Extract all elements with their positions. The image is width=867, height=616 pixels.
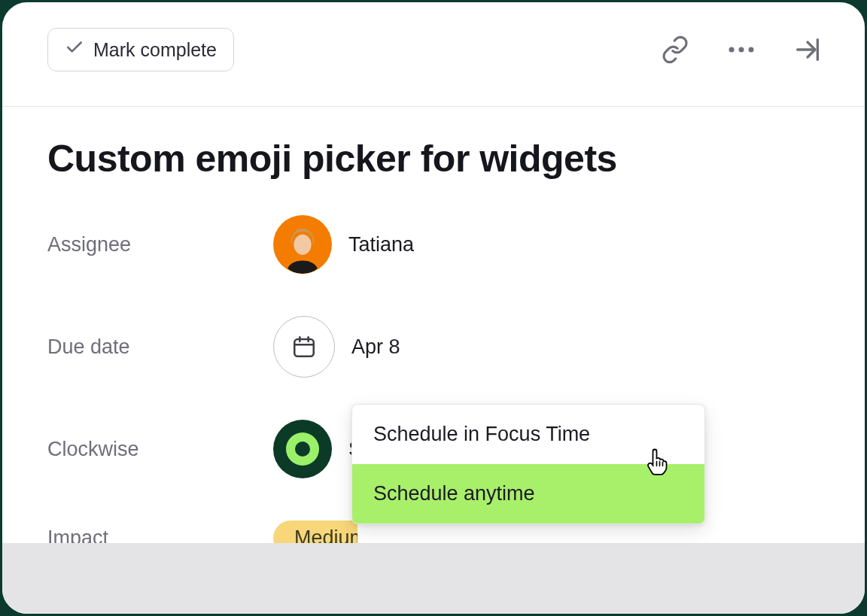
assignee-name: Tatiana	[348, 233, 414, 256]
link-icon	[661, 35, 689, 64]
arrow-right-to-line-icon	[792, 35, 823, 65]
check-icon	[65, 38, 84, 62]
panel-footer-area	[2, 543, 865, 614]
assignee-avatar	[273, 215, 332, 274]
clockwise-logo-icon	[273, 420, 332, 478]
clockwise-label: Clockwise	[47, 438, 273, 461]
more-actions-button[interactable]	[726, 35, 756, 65]
calendar-icon	[291, 334, 317, 360]
svg-point-2	[749, 47, 754, 53]
svg-rect-6	[294, 339, 314, 357]
task-title: Custom emoji picker for widgets	[47, 137, 820, 181]
task-header: Mark complete	[2, 2, 865, 107]
assignee-label: Assignee	[47, 233, 273, 256]
dropdown-item-label: Schedule in Focus Time	[373, 423, 590, 446]
header-actions	[660, 35, 823, 65]
dropdown-item-label: Schedule anytime	[373, 482, 535, 505]
svg-point-1	[739, 47, 744, 53]
more-icon	[727, 45, 756, 54]
svg-point-0	[729, 47, 735, 53]
assignee-value[interactable]: Tatiana	[273, 215, 820, 274]
pointer-cursor-icon	[646, 448, 671, 481]
svg-point-5	[294, 235, 311, 255]
task-detail-panel: Mark complete	[0, 0, 867, 616]
due-date-text: Apr 8	[351, 335, 400, 359]
copy-link-button[interactable]	[660, 35, 690, 65]
due-date-value[interactable]: Apr 8	[273, 316, 820, 378]
mark-complete-label: Mark complete	[93, 39, 217, 61]
mark-complete-button[interactable]: Mark complete	[47, 28, 234, 71]
due-date-label: Due date	[47, 335, 273, 359]
calendar-icon-circle	[273, 316, 335, 378]
dropdown-item-anytime[interactable]: Schedule anytime	[352, 464, 704, 523]
clockwise-dropdown: Schedule in Focus Time Schedule anytime	[351, 404, 705, 524]
task-content: Custom emoji picker for widgets Assignee…	[2, 107, 865, 556]
collapse-panel-button[interactable]	[792, 35, 823, 65]
